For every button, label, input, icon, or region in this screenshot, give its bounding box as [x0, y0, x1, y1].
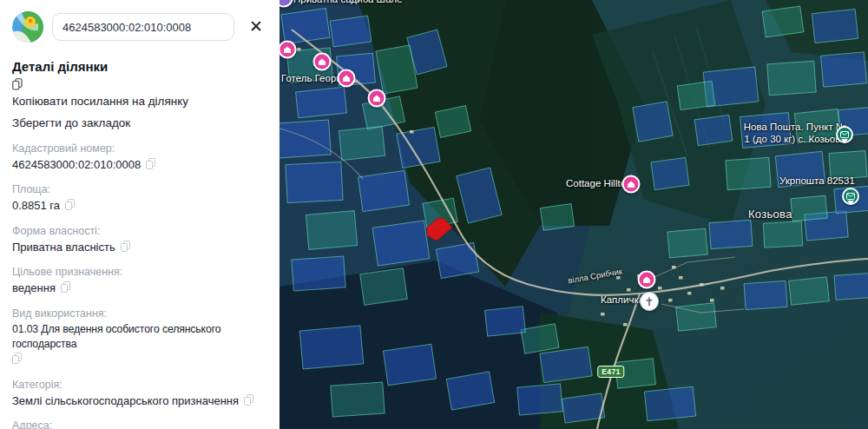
nova-poshta-marker-icon[interactable]	[836, 126, 853, 143]
panel-title: Деталі ділянки	[12, 59, 267, 74]
field-value: Приватна власність	[12, 240, 267, 256]
copy-link-icon[interactable]	[12, 78, 267, 90]
field-label: Вид використання:	[12, 307, 267, 320]
save-bookmark-link[interactable]: Зберегти до закладок	[12, 116, 267, 132]
field-label: Форма власності:	[12, 225, 267, 237]
field-label: Цільове призначення:	[12, 266, 267, 278]
field-label: Кадастровий номер:	[12, 142, 267, 155]
map-canvas	[279, 0, 868, 429]
app-logo-icon[interactable]	[12, 11, 43, 43]
field-value: ведення	[12, 280, 267, 297]
parcel-details-sidebar: ✕ Деталі ділянки Копіювати посилання на …	[0, 0, 279, 429]
cadastral-search-input[interactable]	[52, 13, 234, 41]
listing-marker-icon[interactable]	[622, 175, 641, 194]
field-label: Площа:	[12, 183, 267, 195]
field-purpose: Цільове призначення: ведення	[12, 264, 267, 297]
field-address: Адреса: Дані відсутні	[12, 418, 267, 429]
listing-marker-icon[interactable]	[368, 89, 386, 108]
field-category: Категорія: Землі сільськогосподарського …	[12, 377, 267, 410]
field-usage-type: Вид використання: 01.03 Для ведення особ…	[12, 306, 267, 368]
field-value: 01.03 Для ведення особистого селянського…	[12, 322, 267, 368]
field-ownership: Форма власності: Приватна власність	[12, 223, 267, 256]
field-label: Категорія:	[12, 379, 267, 391]
field-cadastral-number: Кадастровий номер: 4624583000:02:010:000…	[12, 141, 267, 174]
listing-marker-icon[interactable]	[338, 69, 356, 88]
copy-icon[interactable]	[65, 199, 75, 214]
copy-icon[interactable]	[12, 353, 267, 368]
close-icon[interactable]: ✕	[245, 16, 267, 38]
field-value: 4624583000:02:010:0008	[12, 157, 267, 174]
ukrposhta-marker-icon[interactable]	[842, 188, 859, 205]
field-value: 0.8851 га	[12, 198, 267, 214]
satellite-map[interactable]: Приватна садиба Шале Готель Георгій Cott…	[279, 0, 868, 429]
field-area: Площа: 0.8851 га	[12, 182, 267, 214]
listing-marker-icon[interactable]	[638, 271, 656, 289]
field-value: Землі сільськогосподарського призначення	[12, 393, 267, 410]
copy-parcel-link[interactable]: Копіювати посилання на ділянку	[12, 94, 267, 110]
copy-icon[interactable]	[121, 241, 130, 256]
copy-icon[interactable]	[146, 158, 155, 174]
copy-icon[interactable]	[61, 281, 70, 297]
field-label: Адреса:	[12, 419, 267, 429]
listing-marker-icon[interactable]	[313, 53, 332, 71]
chapel-marker-icon[interactable]: ✝	[640, 292, 659, 311]
sidebar-header: ✕	[12, 11, 267, 43]
copy-icon[interactable]	[244, 394, 253, 410]
